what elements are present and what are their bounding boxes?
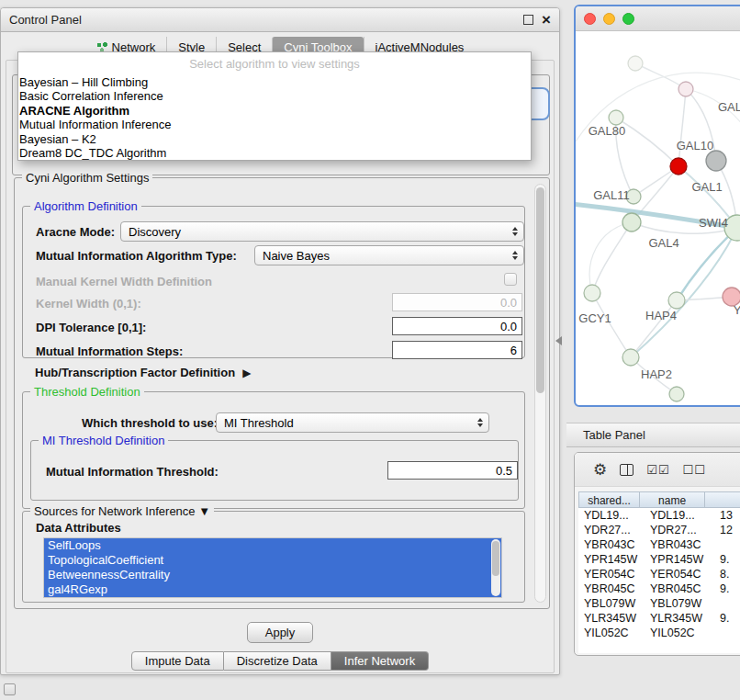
which-threshold-select[interactable]: MI Threshold [216, 412, 489, 433]
cell-name: YIL052C [645, 626, 714, 640]
attribute-item[interactable]: gal4RGexp [44, 582, 501, 597]
panel-title: Control Panel [9, 13, 82, 27]
network-node[interactable] [678, 82, 693, 96]
node-label: GCY1 [578, 311, 611, 325]
column-header[interactable]: shared... [578, 491, 640, 508]
network-edge [592, 222, 632, 293]
scrollbar-thumb[interactable] [536, 187, 544, 393]
network-node[interactable] [622, 213, 641, 231]
network-node[interactable] [669, 387, 684, 401]
which-threshold-value: MI Threshold [224, 416, 294, 430]
aracne-mode-select[interactable]: Discovery [120, 221, 524, 242]
stepper-arrows-icon [474, 413, 486, 432]
mi-steps-field[interactable] [392, 341, 522, 359]
cell-name: YBL079W [645, 596, 714, 611]
table-row[interactable]: YDL19... YDL19... 13 [578, 508, 740, 523]
table-row[interactable]: YBR045C YBR045C 9. [578, 581, 740, 596]
cell-value: 9. [714, 581, 740, 596]
network-titlebar[interactable] [576, 6, 740, 31]
close-traffic-light-icon[interactable] [584, 13, 596, 25]
attribute-item[interactable]: BetweennessCentrality [44, 568, 501, 582]
bottom-tab[interactable]: Discretize Data [224, 651, 331, 671]
desktop: Control Panel × NetworkStyleSelectCyni T… [0, 0, 740, 700]
list-scrollbar[interactable] [491, 539, 500, 596]
threshold-definition-title: Threshold Definition [30, 385, 144, 399]
cyni-settings-group: Cyni Algorithm Settings Algorithm Defini… [14, 177, 550, 609]
algorithm-dropdown-list: Bayesian – Hill ClimbingBasic Correlatio… [18, 75, 531, 160]
columns-icon[interactable] [620, 464, 633, 476]
splitter-collapse-arrow[interactable] [555, 336, 562, 345]
algorithm-option[interactable]: Bayesian – K2 [18, 132, 531, 146]
resize-grip[interactable] [4, 683, 16, 695]
node-label: HAP2 [641, 367, 672, 381]
attribute-item[interactable]: SelfLoops [44, 538, 501, 553]
network-node[interactable] [668, 292, 685, 309]
table-row[interactable]: YBR043C YBR043C [578, 537, 740, 552]
network-edge [592, 293, 631, 357]
cell-value [714, 626, 740, 640]
table-row[interactable]: YLR345W YLR345W 9. [578, 611, 740, 626]
network-node[interactable] [628, 56, 643, 71]
table-row[interactable]: YER054C YER054C 8. [578, 567, 740, 581]
table-toolbar: ⚙ ☑☑ ☐☐ [575, 453, 740, 487]
mi-type-select[interactable]: Naive Bayes [254, 245, 524, 265]
settings-scrollbar[interactable] [534, 184, 546, 603]
network-node[interactable] [609, 110, 623, 125]
algorithm-option[interactable]: Mutual Information Inference [18, 118, 531, 131]
manual-kernel-checkbox[interactable] [504, 273, 517, 286]
kernel-width-field[interactable] [392, 293, 522, 311]
expand-arrow-icon[interactable]: ▶ [242, 367, 251, 379]
mi-threshold-label: Mutual Information Threshold: [46, 465, 219, 479]
table-row[interactable]: YDR27... YDR27... 12 [578, 523, 740, 537]
algorithm-option[interactable]: Bayesian – Hill Climbing [18, 75, 531, 89]
network-node[interactable] [706, 151, 726, 171]
cell-name: YDL19... [645, 508, 714, 523]
cell-shared-name: YBL079W [578, 596, 645, 611]
table-panel-header[interactable]: Table Panel [566, 423, 740, 447]
manual-kernel-label: Manual Kernel Width Definition [36, 275, 212, 288]
mi-threshold-group-title: MI Threshold Definition [39, 434, 168, 447]
network-node[interactable] [584, 285, 600, 301]
select-all-icon[interactable]: ☑☑ [646, 463, 669, 477]
zoom-traffic-light-icon[interactable] [622, 13, 634, 25]
node-label: GAL1 [691, 180, 722, 194]
float-panel-icon[interactable] [523, 15, 533, 25]
dpi-tolerance-field[interactable] [392, 317, 522, 335]
table-row[interactable]: YPR145W YPR145W 9. [578, 552, 740, 567]
network-node[interactable] [670, 158, 687, 175]
table-row[interactable]: YIL052C YIL052C [578, 626, 740, 640]
algorithm-definition-title: Algorithm Definition [30, 199, 141, 213]
table-panel-title: Table Panel [583, 428, 645, 442]
mi-steps-label: Mutual Information Steps: [36, 344, 183, 358]
apply-button[interactable]: Apply [247, 622, 313, 643]
column-header[interactable]: name [640, 491, 705, 508]
hub-definition-section[interactable]: Hub/Transcription Factor Definition ▶ [35, 366, 251, 379]
network-node[interactable] [622, 349, 639, 366]
settings-group-title: Cyni Algorithm Settings [22, 171, 152, 185]
minimize-traffic-light-icon[interactable] [603, 13, 615, 25]
gear-icon[interactable]: ⚙ [593, 462, 607, 478]
mi-type-label: Mutual Information Algorithm Type: [36, 249, 237, 263]
algorithm-option[interactable]: ARACNE Algorithm [18, 104, 531, 118]
mi-threshold-field[interactable] [387, 461, 518, 480]
bottom-tab[interactable]: Infer Network [331, 651, 429, 671]
node-label: SWI4 [699, 216, 728, 230]
column-header[interactable] [705, 491, 740, 508]
deselect-all-icon[interactable]: ☐☐ [683, 463, 706, 477]
close-icon[interactable]: × [542, 12, 551, 28]
algorithm-option[interactable]: Basic Correlation Inference [18, 89, 531, 103]
network-svg[interactable]: GAL80GALGAL10GAL11GAL1SWI4GAL4GCY1HAP4YH… [576, 31, 740, 406]
cell-value: 13 [714, 508, 740, 523]
algorithm-option[interactable]: Dream8 DC_TDC Algorithm [18, 146, 531, 160]
algorithm-definition-group: Algorithm Definition Aracne Mode: Discov… [22, 206, 525, 358]
sources-group-title[interactable]: Sources for Network Inference ▼ [30, 504, 214, 518]
attribute-item[interactable]: TopologicalCoefficient [44, 553, 501, 568]
bottom-tab[interactable]: Impute Data [131, 651, 224, 671]
mi-type-value: Naive Bayes [263, 249, 330, 263]
table-row[interactable]: YBL079W YBL079W [578, 596, 740, 611]
control-panel-window: Control Panel × NetworkStyleSelectCyni T… [0, 7, 560, 675]
cell-name: YBR045C [645, 581, 714, 596]
table-window: ⚙ ☑☑ ☐☐ shared...name YDL19... YDL19... … [574, 452, 740, 656]
control-panel-titlebar[interactable]: Control Panel × [1, 8, 559, 32]
cell-shared-name: YLR345W [578, 611, 645, 626]
